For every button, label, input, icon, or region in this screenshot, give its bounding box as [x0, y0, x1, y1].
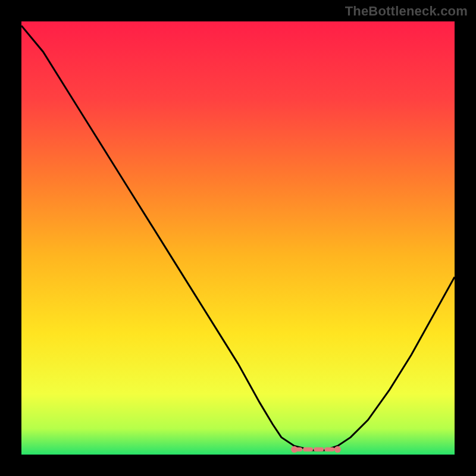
chart-stage: TheBottleneck.com: [0, 0, 476, 476]
flat-region-start-dot: [291, 446, 298, 453]
flat-region-end-dot: [334, 446, 341, 453]
watermark-text: TheBottleneck.com: [345, 4, 468, 19]
bottleneck-chart: [21, 21, 455, 455]
